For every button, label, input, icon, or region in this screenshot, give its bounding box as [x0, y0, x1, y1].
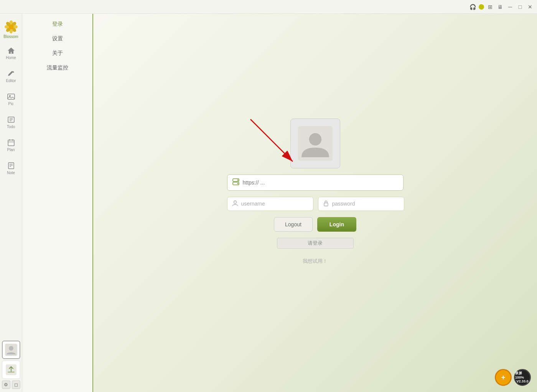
svg-point-33: [237, 180, 238, 181]
plus-symbol: +: [501, 374, 506, 382]
menu-item-settings[interactable]: 设置: [22, 31, 92, 46]
status-bar: 请登录: [277, 238, 354, 249]
watermark: + 录屏100% V2.33.0: [495, 369, 531, 386]
url-input[interactable]: [243, 180, 399, 186]
watermark-circle-info: 录屏100% V2.33.0: [514, 369, 531, 386]
svg-point-35: [234, 201, 236, 203]
note-label: Note: [7, 171, 15, 175]
svg-point-30: [309, 133, 321, 145]
app-name: Blossom: [3, 35, 18, 39]
todo-icon: [7, 115, 15, 124]
avatar-widget-icon: [5, 344, 17, 356]
menu-item-monitor[interactable]: 流量监控: [22, 61, 92, 75]
plan-label: Plan: [7, 148, 15, 152]
avatar-box: [290, 119, 340, 168]
server-svg-icon: [232, 178, 240, 186]
svg-point-11: [9, 95, 11, 97]
svg-rect-10: [8, 94, 15, 99]
url-field-row: [227, 175, 404, 191]
avatar-widget[interactable]: [2, 341, 20, 359]
svg-rect-36: [324, 203, 328, 206]
bottom-widget-row: ⚙ ◻: [2, 380, 20, 389]
bottom-widgets: ⚙ ◻: [2, 341, 20, 392]
avatar-image: [298, 126, 333, 161]
password-input[interactable]: [332, 201, 399, 207]
lock-icon: [323, 200, 329, 208]
home-icon: [7, 46, 15, 55]
menu-sidebar: 登录 设置 关于 流量监控: [22, 14, 93, 392]
password-field: [318, 197, 404, 211]
watermark-circle-plus: +: [495, 369, 512, 386]
home-label: Home: [6, 56, 16, 60]
svg-rect-20: [8, 163, 14, 169]
headset-icon[interactable]: 🎧: [469, 3, 476, 11]
pic-label: Pic: [8, 102, 14, 106]
sidebar-item-plan[interactable]: Plan: [0, 133, 22, 156]
lock-svg-icon: [323, 200, 329, 206]
theme-widget[interactable]: ◻: [12, 380, 20, 389]
note-icon: [7, 161, 15, 170]
user-icon: [232, 200, 238, 208]
columns-icon[interactable]: ⊞: [486, 3, 494, 11]
logo-flower-icon: [4, 20, 18, 34]
editor-icon: [7, 69, 15, 78]
svg-point-34: [237, 183, 238, 184]
sidebar-item-note[interactable]: Note: [0, 156, 22, 180]
pic-icon: [7, 92, 15, 101]
titlebar-controls: 🎧 ⊞ 🖥 ─ □ ✕: [469, 3, 534, 11]
monitor-icon[interactable]: 🖥: [496, 3, 504, 11]
username-input[interactable]: [241, 201, 308, 207]
trial-link[interactable]: 我想试用！: [303, 258, 328, 265]
editor-label: Editor: [6, 79, 16, 83]
upload-widget[interactable]: [2, 361, 20, 379]
user-svg-icon: [232, 200, 238, 206]
menu-item-login[interactable]: 登录: [22, 17, 92, 31]
sidebar-item-editor[interactable]: Editor: [0, 64, 22, 87]
logout-button[interactable]: Logout: [274, 217, 313, 232]
close-button[interactable]: ✕: [526, 3, 534, 11]
icon-sidebar: Blossom Home Editor Pic Todo: [0, 14, 22, 392]
maximize-button[interactable]: □: [516, 3, 524, 11]
username-field: [227, 197, 313, 211]
watermark-line2: V2.33.0: [516, 379, 528, 384]
svg-point-25: [9, 346, 13, 351]
login-button[interactable]: Login: [317, 217, 356, 232]
credentials-row: [227, 197, 404, 211]
svg-point-9: [8, 24, 13, 29]
minimize-button[interactable]: ─: [506, 3, 514, 11]
watermark-line1: 录屏100%: [515, 371, 530, 380]
record-icon[interactable]: [479, 4, 484, 10]
plan-icon: [7, 138, 15, 147]
sidebar-item-pic[interactable]: Pic: [0, 87, 22, 110]
buttons-row: Logout Login: [227, 217, 404, 232]
svg-rect-16: [8, 140, 14, 146]
server-icon: [232, 178, 240, 187]
upload-icon: [6, 364, 16, 375]
todo-label: Todo: [7, 125, 15, 129]
menu-item-about[interactable]: 关于: [22, 46, 92, 61]
settings-widget[interactable]: ⚙: [2, 380, 10, 389]
sidebar-item-todo[interactable]: Todo: [0, 110, 22, 133]
main-content: Logout Login 请登录 我想试用！ + 录屏100% V2.33.0: [93, 14, 537, 392]
app-logo: Blossom: [0, 14, 22, 41]
sidebar-item-home[interactable]: Home: [0, 41, 22, 64]
login-container: Logout Login 请登录 我想试用！: [227, 119, 404, 265]
titlebar: 🎧 ⊞ 🖥 ─ □ ✕: [0, 0, 537, 14]
